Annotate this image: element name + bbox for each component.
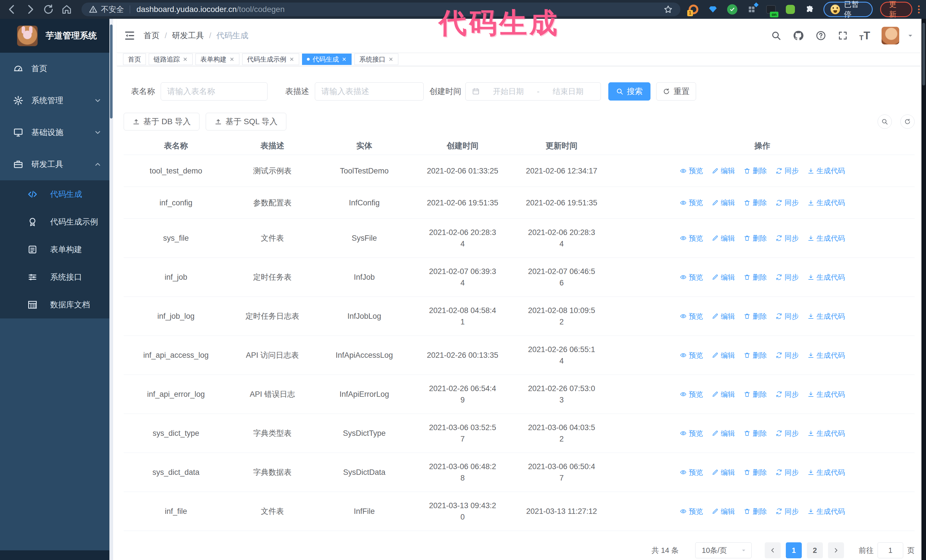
- page-scrollbar[interactable]: [921, 19, 926, 560]
- page-tab[interactable]: 代码生成: [302, 54, 352, 65]
- edit-link[interactable]: 编辑: [712, 389, 735, 399]
- page-tab[interactable]: 链路追踪: [149, 54, 193, 65]
- github-icon[interactable]: [793, 30, 804, 41]
- delete-link[interactable]: 删除: [744, 468, 767, 477]
- table-name-input[interactable]: [161, 82, 268, 101]
- delete-link[interactable]: 删除: [744, 198, 767, 207]
- next-page-button[interactable]: [828, 542, 844, 558]
- generate-code-link[interactable]: 生成代码: [808, 312, 845, 321]
- end-date-placeholder[interactable]: 结束日期: [542, 86, 595, 97]
- reset-button[interactable]: 重置: [656, 82, 696, 101]
- sync-link[interactable]: 同步: [776, 234, 799, 243]
- generate-code-link[interactable]: 生成代码: [808, 351, 845, 360]
- sidebar-menu-item[interactable]: 研发工具: [0, 148, 113, 180]
- sync-link[interactable]: 同步: [776, 468, 799, 477]
- preview-link[interactable]: 预览: [680, 198, 703, 207]
- preview-link[interactable]: 预览: [680, 468, 703, 477]
- tab-close-icon[interactable]: [183, 57, 188, 62]
- page-tab[interactable]: 首页: [123, 54, 146, 65]
- tab-close-icon[interactable]: [229, 57, 235, 62]
- address-bar[interactable]: 不安全 dashboard.yudao.iocoder.cn/tool/code…: [82, 3, 680, 16]
- edit-link[interactable]: 编辑: [712, 234, 735, 243]
- preview-link[interactable]: 预览: [680, 429, 703, 438]
- sidebar-scrollbar[interactable]: [109, 19, 113, 560]
- page-tab[interactable]: 表单构建: [195, 54, 239, 65]
- delete-link[interactable]: 删除: [744, 234, 767, 243]
- page-number-button[interactable]: 1: [786, 542, 802, 558]
- extension-icon-dark-on[interactable]: on: [765, 4, 777, 15]
- sync-link[interactable]: 同步: [776, 166, 799, 175]
- sidebar-scrollbar-thumb[interactable]: [110, 24, 112, 118]
- app-logo-band[interactable]: 芋道管理系统: [0, 19, 113, 53]
- sync-link[interactable]: 同步: [776, 198, 799, 207]
- extension-icon-grid[interactable]: [746, 4, 757, 15]
- delete-link[interactable]: 删除: [744, 166, 767, 175]
- page-tab[interactable]: 系统接口: [354, 54, 398, 65]
- prev-page-button[interactable]: [765, 542, 781, 558]
- sidebar-menu-item[interactable]: 系统管理: [0, 85, 113, 116]
- sync-link[interactable]: 同步: [776, 312, 799, 321]
- profile-paused-badge[interactable]: 已暂停: [823, 2, 873, 17]
- edit-link[interactable]: 编辑: [712, 507, 735, 516]
- header-search-icon[interactable]: [771, 30, 781, 41]
- help-icon[interactable]: [816, 30, 826, 41]
- user-avatar[interactable]: [882, 27, 899, 44]
- search-button[interactable]: 搜索: [608, 82, 651, 101]
- extension-icon-gem[interactable]: [707, 4, 719, 15]
- sidebar-menu-item[interactable]: 基础设施: [0, 116, 113, 148]
- extensions-puzzle-icon[interactable]: [804, 4, 816, 15]
- sidebar-submenu-item[interactable]: 系统接口: [0, 263, 113, 291]
- preview-link[interactable]: 预览: [680, 389, 703, 399]
- generate-code-link[interactable]: 生成代码: [808, 389, 845, 399]
- toggle-search-button[interactable]: [878, 115, 892, 129]
- import-db-button[interactable]: 基于 DB 导入: [124, 113, 200, 130]
- browser-home-icon[interactable]: [61, 4, 73, 15]
- start-date-placeholder[interactable]: 开始日期: [482, 86, 534, 97]
- sync-link[interactable]: 同步: [776, 273, 799, 282]
- import-sql-button[interactable]: 基于 SQL 导入: [206, 113, 286, 130]
- browser-reload-icon[interactable]: [43, 4, 54, 15]
- tab-close-icon[interactable]: [289, 57, 294, 62]
- page-scrollbar-thumb[interactable]: [922, 23, 925, 86]
- edit-link[interactable]: 编辑: [712, 198, 735, 207]
- preview-link[interactable]: 预览: [680, 234, 703, 243]
- delete-link[interactable]: 删除: [744, 351, 767, 360]
- sidebar-submenu-item[interactable]: 表单构建: [0, 235, 113, 263]
- user-menu-caret-icon[interactable]: [906, 32, 914, 39]
- generate-code-link[interactable]: 生成代码: [808, 166, 845, 175]
- date-range-picker[interactable]: 开始日期 - 结束日期: [465, 82, 601, 101]
- page-tab[interactable]: 代码生成示例: [242, 54, 299, 65]
- delete-link[interactable]: 删除: [744, 389, 767, 399]
- delete-link[interactable]: 删除: [744, 507, 767, 516]
- browser-back-icon[interactable]: [6, 4, 18, 15]
- browser-menu-icon[interactable]: [918, 5, 920, 14]
- extension-icon-orange[interactable]: 1: [688, 4, 699, 15]
- generate-code-link[interactable]: 生成代码: [808, 468, 845, 477]
- sidebar-menu-item[interactable]: 首页: [0, 53, 113, 85]
- sync-link[interactable]: 同步: [776, 351, 799, 360]
- fullscreen-icon[interactable]: [838, 30, 848, 41]
- browser-forward-icon[interactable]: [24, 4, 36, 15]
- refresh-table-button[interactable]: [900, 115, 915, 129]
- delete-link[interactable]: 删除: [744, 429, 767, 438]
- generate-code-link[interactable]: 生成代码: [808, 507, 845, 516]
- page-size-select[interactable]: 10条/页: [695, 542, 752, 558]
- sidebar-submenu-item[interactable]: 代码生成: [0, 180, 113, 208]
- edit-link[interactable]: 编辑: [712, 351, 735, 360]
- goto-page-input[interactable]: [878, 542, 903, 558]
- sidebar-submenu-item[interactable]: 数据库文档: [0, 291, 113, 318]
- edit-link[interactable]: 编辑: [712, 429, 735, 438]
- edit-link[interactable]: 编辑: [712, 273, 735, 282]
- extension-icon-android[interactable]: [785, 4, 796, 15]
- breadcrumb-item[interactable]: 代码生成: [204, 30, 248, 41]
- font-size-icon[interactable]: TT: [859, 30, 870, 42]
- generate-code-link[interactable]: 生成代码: [808, 198, 845, 207]
- preview-link[interactable]: 预览: [680, 312, 703, 321]
- breadcrumb-item[interactable]: 研发工具: [160, 30, 204, 41]
- sidebar-submenu-item[interactable]: 代码生成示例: [0, 208, 113, 235]
- sidebar-fold-icon[interactable]: [124, 30, 136, 42]
- sync-link[interactable]: 同步: [776, 507, 799, 516]
- generate-code-link[interactable]: 生成代码: [808, 273, 845, 282]
- edit-link[interactable]: 编辑: [712, 166, 735, 175]
- breadcrumb-item[interactable]: 首页: [144, 30, 160, 41]
